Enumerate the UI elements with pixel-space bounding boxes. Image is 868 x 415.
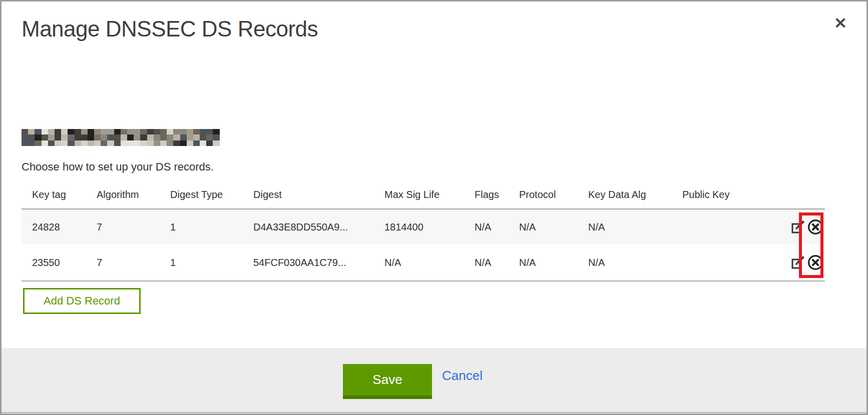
cell-protocol: N/A: [519, 209, 588, 244]
close-icon: ✕: [834, 14, 847, 32]
edit-record-button[interactable]: [790, 255, 805, 270]
col-header-key-data-alg: Key Data Alg: [588, 180, 682, 209]
cell-digest-type: 1: [170, 244, 253, 281]
cell-public-key: [682, 244, 775, 281]
col-header-protocol: Protocol: [519, 180, 588, 209]
cell-key-tag: 23550: [22, 244, 97, 281]
cell-digest-type: 1: [170, 209, 253, 244]
cell-key-tag: 24828: [22, 209, 97, 244]
delete-record-button[interactable]: [807, 218, 824, 236]
cell-protocol: N/A: [519, 244, 588, 281]
manage-dnssec-modal: Manage DNSSEC DS Records ✕ Choose how to…: [0, 0, 868, 415]
ds-records-table: Key tag Algorithm Digest Type Digest Max…: [22, 180, 825, 282]
delete-record-button[interactable]: [807, 254, 824, 271]
table-header-row: Key tag Algorithm Digest Type Digest Max…: [22, 180, 825, 209]
add-ds-record-button[interactable]: Add DS Record: [23, 288, 141, 314]
edit-record-button[interactable]: [790, 220, 805, 234]
col-header-key-tag: Key tag: [22, 180, 97, 209]
cell-max-sig-life: N/A: [384, 244, 475, 281]
cell-key-data-alg: N/A: [588, 209, 682, 244]
modal-footer: Save Cancel: [2, 348, 866, 413]
cell-actions: [775, 244, 825, 281]
cell-algorithm: 7: [97, 209, 170, 244]
cell-max-sig-life: 1814400: [384, 209, 475, 244]
redacted-domain: [22, 129, 220, 146]
edit-icon: [790, 220, 805, 234]
cell-public-key: [682, 209, 775, 244]
close-button[interactable]: ✕: [829, 12, 851, 34]
cell-digest: 54FCF030AA1C79...: [253, 244, 384, 281]
cell-flags: N/A: [475, 209, 519, 244]
delete-icon: [807, 218, 824, 236]
cancel-link[interactable]: Cancel: [442, 368, 483, 384]
delete-icon: [807, 254, 824, 271]
cell-algorithm: 7: [97, 244, 170, 281]
edit-icon: [790, 255, 805, 270]
cell-actions: [775, 209, 825, 244]
table-row: 24828 7 1 D4A33E8DD550A9... 1814400 N/A …: [22, 209, 825, 244]
col-header-digest: Digest: [253, 180, 384, 209]
cell-digest: D4A33E8DD550A9...: [253, 209, 384, 244]
instruction-text: Choose how to set up your DS records.: [22, 160, 214, 174]
save-button[interactable]: Save: [343, 364, 432, 399]
cell-flags: N/A: [475, 244, 519, 281]
modal-title: Manage DNSSEC DS Records: [22, 16, 318, 42]
col-header-actions: [775, 180, 825, 209]
col-header-public-key: Public Key: [682, 180, 775, 209]
cell-key-data-alg: N/A: [588, 244, 682, 281]
col-header-algorithm: Algorithm: [97, 180, 170, 209]
table-row: 23550 7 1 54FCF030AA1C79... N/A N/A N/A …: [22, 244, 825, 281]
col-header-max-sig-life: Max Sig Life: [384, 180, 475, 209]
col-header-digest-type: Digest Type: [170, 180, 253, 209]
col-header-flags: Flags: [475, 180, 519, 209]
